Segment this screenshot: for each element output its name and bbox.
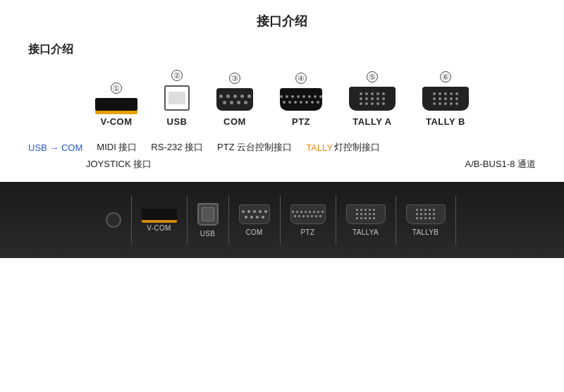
photo-usb: USB (197, 203, 219, 238)
num-4: ④ (295, 73, 307, 84)
com-icon (216, 88, 253, 111)
strip-screw-left (106, 212, 121, 228)
desc-midi: MIDI 接口 (97, 141, 137, 154)
num-6: ⑥ (440, 71, 451, 82)
section-title: 接口介绍 (0, 37, 564, 63)
photo-strip: V-COM USB COM (0, 182, 564, 258)
desc-usb-com: USB → COM (28, 142, 82, 153)
desc-line-1: USB → COM MIDI 接口 RS-232 接口 PTZ 云台控制接口 T… (28, 138, 536, 157)
description-area: USB → COM MIDI 接口 RS-232 接口 PTZ 云台控制接口 T… (0, 133, 564, 178)
usb-icon (164, 85, 190, 111)
photo-tallya: TALLYA (346, 204, 386, 236)
num-2: ② (171, 70, 183, 81)
connectors-area: ① V-COM ② USB ③ COM (0, 63, 564, 133)
tally-a-label: TALLY A (352, 116, 392, 127)
ptz-icon (280, 88, 322, 111)
num-5: ⑤ (367, 71, 378, 82)
desc-ptz-ctrl: PTZ 云台控制接口 (217, 141, 292, 154)
connector-vcom: ① V-COM (95, 82, 137, 127)
tally-a-icon (349, 87, 396, 111)
vcom-label: V-COM (100, 116, 132, 127)
num-1: ① (111, 82, 122, 94)
desc-tally-label: TALLY 灯控制接口 (306, 141, 380, 154)
tally-b-icon (422, 87, 469, 111)
com-label: COM (223, 116, 246, 127)
photo-tallyb-label: TALLYB (412, 228, 439, 236)
desc-bus-channel: A/B-BUS1-8 通道 (465, 158, 536, 171)
photo-tallya-label: TALLYA (352, 228, 379, 236)
connector-tally-a: ⑤ TALLY A (349, 71, 396, 127)
photo-usb-label: USB (200, 230, 215, 238)
connector-usb: ② USB (164, 70, 190, 127)
photo-ptz: PTZ (290, 204, 326, 236)
photo-com-label: COM (245, 228, 262, 236)
tally-b-label: TALLY B (426, 116, 465, 127)
connector-tally-b: ⑥ TALLY B (422, 71, 469, 127)
photo-ptz-label: PTZ (301, 228, 315, 236)
connector-ptz: ④ PTZ (280, 73, 322, 127)
vcom-icon (95, 98, 137, 111)
num-3: ③ (229, 73, 240, 84)
usb-label: USB (167, 116, 188, 127)
ptz-label: PTZ (292, 116, 310, 127)
photo-tallyb: TALLYB (406, 204, 446, 236)
page-title: 接口介绍 (0, 0, 564, 37)
photo-vcom: V-COM (142, 209, 177, 232)
connector-com: ③ COM (216, 73, 253, 127)
desc-joystick: JOYSTICK 接口 (86, 158, 152, 171)
desc-rs232: RS-232 接口 (151, 141, 203, 154)
photo-vcom-label: V-COM (147, 224, 171, 232)
desc-line-2: JOYSTICK 接口 A/B-BUS1-8 通道 (28, 158, 536, 172)
photo-com: COM (239, 204, 270, 236)
